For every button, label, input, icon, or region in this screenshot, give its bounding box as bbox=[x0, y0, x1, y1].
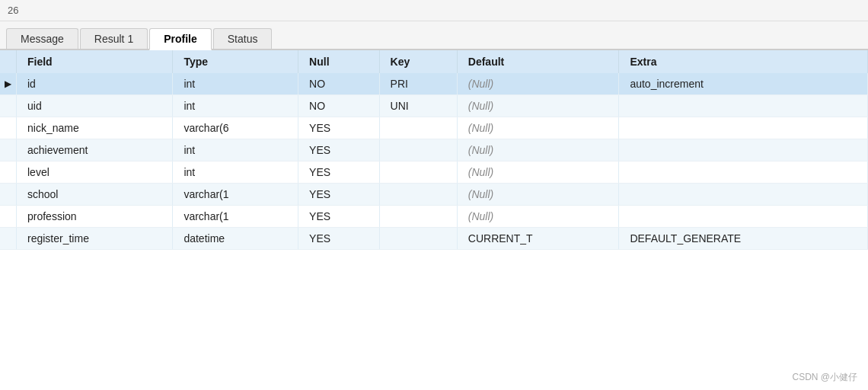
cell-null: NO bbox=[298, 95, 380, 117]
cell-null: YES bbox=[298, 184, 380, 206]
cell-key bbox=[379, 161, 457, 184]
table-row: uidintNOUNI(Null) bbox=[0, 95, 868, 117]
cell-field: profession bbox=[17, 206, 173, 228]
row-arrow: ▶ bbox=[0, 73, 17, 95]
cell-field: uid bbox=[17, 95, 173, 117]
cell-extra bbox=[619, 95, 868, 117]
cell-null: YES bbox=[298, 206, 380, 228]
cell-extra bbox=[619, 184, 868, 206]
table-row: levelintYES(Null) bbox=[0, 161, 868, 184]
cell-field: register_time bbox=[17, 228, 173, 250]
cell-null: YES bbox=[298, 117, 380, 139]
row-arrow bbox=[0, 95, 17, 117]
table-container: Field Type Null Key Default Extra ▶idint… bbox=[0, 50, 868, 390]
tab-message[interactable]: Message bbox=[6, 28, 78, 49]
cell-default: (Null) bbox=[457, 73, 619, 95]
cell-key bbox=[379, 228, 457, 250]
header-null: Null bbox=[298, 50, 380, 73]
row-arrow bbox=[0, 206, 17, 228]
cell-type: int bbox=[173, 139, 298, 161]
table-header-row: Field Type Null Key Default Extra bbox=[0, 50, 868, 73]
cell-extra: auto_increment bbox=[619, 73, 868, 95]
results-table: Field Type Null Key Default Extra ▶idint… bbox=[0, 50, 868, 250]
cell-default: (Null) bbox=[457, 161, 619, 184]
watermark: CSDN @小健仔 bbox=[792, 371, 857, 384]
header-default: Default bbox=[457, 50, 619, 73]
cell-extra bbox=[619, 139, 868, 161]
cell-default: (Null) bbox=[457, 95, 619, 117]
row-arrow bbox=[0, 228, 17, 250]
row-arrow bbox=[0, 117, 17, 139]
content-area: Field Type Null Key Default Extra ▶idint… bbox=[0, 50, 868, 390]
cell-field: level bbox=[17, 161, 173, 184]
cell-extra bbox=[619, 117, 868, 139]
table-row: achievementintYES(Null) bbox=[0, 139, 868, 161]
top-bar: 26 bbox=[0, 0, 868, 21]
cell-extra bbox=[619, 206, 868, 228]
tabs-bar: Message Result 1 Profile Status bbox=[0, 21, 868, 50]
header-extra: Extra bbox=[619, 50, 868, 73]
table-row: schoolvarchar(1YES(Null) bbox=[0, 184, 868, 206]
cell-extra: DEFAULT_GENERATE bbox=[619, 228, 868, 250]
cell-type: varchar(6 bbox=[173, 117, 298, 139]
cell-default: (Null) bbox=[457, 117, 619, 139]
table-row: professionvarchar(1YES(Null) bbox=[0, 206, 868, 228]
cell-null: YES bbox=[298, 139, 380, 161]
cell-field: achievement bbox=[17, 139, 173, 161]
tab-profile[interactable]: Profile bbox=[149, 28, 212, 50]
header-type: Type bbox=[173, 50, 298, 73]
table-row: ▶idintNOPRI(Null)auto_increment bbox=[0, 73, 868, 95]
header-field: Field bbox=[17, 50, 173, 73]
cell-key bbox=[379, 139, 457, 161]
table-body: ▶idintNOPRI(Null)auto_incrementuidintNOU… bbox=[0, 73, 868, 250]
cell-key: UNI bbox=[379, 95, 457, 117]
header-key: Key bbox=[379, 50, 457, 73]
tab-result1[interactable]: Result 1 bbox=[80, 28, 148, 49]
cell-type: varchar(1 bbox=[173, 184, 298, 206]
table-row: register_timedatetimeYESCURRENT_TDEFAULT… bbox=[0, 228, 868, 250]
cell-null: YES bbox=[298, 161, 380, 184]
cell-field: id bbox=[17, 73, 173, 95]
cell-default: CURRENT_T bbox=[457, 228, 619, 250]
row-arrow bbox=[0, 161, 17, 184]
cell-null: YES bbox=[298, 228, 380, 250]
cell-type: int bbox=[173, 161, 298, 184]
cell-type: int bbox=[173, 73, 298, 95]
cell-field: school bbox=[17, 184, 173, 206]
cell-extra bbox=[619, 161, 868, 184]
cell-type: int bbox=[173, 95, 298, 117]
top-bar-number: 26 bbox=[8, 5, 18, 16]
tab-status[interactable]: Status bbox=[213, 28, 273, 49]
cell-default: (Null) bbox=[457, 184, 619, 206]
header-arrow bbox=[0, 50, 17, 73]
cell-default: (Null) bbox=[457, 139, 619, 161]
cell-field: nick_name bbox=[17, 117, 173, 139]
cell-default: (Null) bbox=[457, 206, 619, 228]
row-arrow bbox=[0, 139, 17, 161]
row-arrow bbox=[0, 184, 17, 206]
cell-key bbox=[379, 117, 457, 139]
cell-key bbox=[379, 206, 457, 228]
cell-key bbox=[379, 184, 457, 206]
table-row: nick_namevarchar(6YES(Null) bbox=[0, 117, 868, 139]
cell-type: varchar(1 bbox=[173, 206, 298, 228]
cell-null: NO bbox=[298, 73, 380, 95]
cell-key: PRI bbox=[379, 73, 457, 95]
cell-type: datetime bbox=[173, 228, 298, 250]
